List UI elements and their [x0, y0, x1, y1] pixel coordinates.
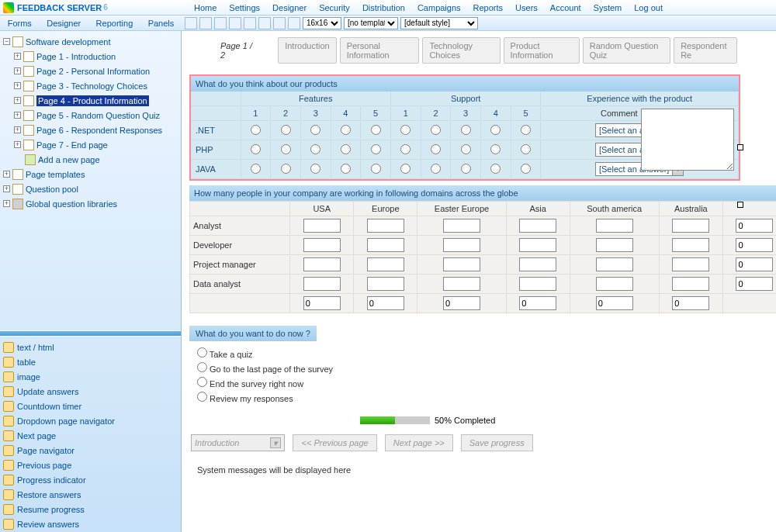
q2-col-total[interactable]	[367, 296, 404, 310]
tree-page-1[interactable]: +Page 1 - Introduction	[3, 49, 178, 64]
tree-page-7[interactable]: +Page 7 - End page	[3, 137, 178, 152]
q2-input[interactable]	[367, 238, 404, 252]
q2-row-total[interactable]	[736, 219, 773, 233]
q2-input[interactable]	[303, 257, 341, 271]
q1-radio[interactable]	[431, 125, 441, 135]
q3-radio[interactable]	[197, 377, 207, 387]
style-select[interactable]: [default style]	[400, 17, 478, 29]
tree-page-6[interactable]: +Page 6 - Respondent Responses	[3, 123, 178, 137]
q2-input[interactable]	[596, 219, 633, 233]
next-page-button[interactable]: Next page >>	[385, 434, 453, 451]
q1-radio[interactable]	[521, 144, 531, 154]
nav-log-out[interactable]: Log out	[634, 3, 663, 12]
q2-input[interactable]	[303, 277, 341, 291]
q1-radio[interactable]	[431, 164, 441, 174]
q1-radio[interactable]	[400, 144, 411, 154]
tool-save-icon[interactable]	[199, 17, 212, 29]
q1-radio[interactable]	[371, 125, 381, 135]
page-tab[interactable]: Technology Choices	[422, 37, 500, 64]
expand-icon[interactable]: +	[14, 67, 21, 74]
q3-radio[interactable]	[197, 392, 207, 402]
expand-icon[interactable]: +	[14, 82, 21, 89]
q1-radio[interactable]	[341, 164, 351, 174]
q2-input[interactable]	[672, 219, 709, 233]
tool-grid-icon[interactable]	[229, 17, 241, 29]
nav-system[interactable]: System	[594, 3, 622, 12]
subnav-panels[interactable]: Panels	[148, 19, 175, 28]
page-tab[interactable]: Product Information	[504, 37, 580, 64]
q1-radio[interactable]	[490, 164, 501, 174]
tree-root[interactable]: −Software development	[3, 34, 178, 49]
resize-handle[interactable]	[737, 144, 743, 150]
zoom-select[interactable]: 16x16	[303, 17, 341, 29]
q1-radio[interactable]	[431, 144, 441, 154]
q2-row-total[interactable]	[736, 257, 773, 271]
q2-input[interactable]	[367, 219, 404, 233]
q2-input[interactable]	[672, 277, 709, 291]
q1-radio[interactable]	[251, 164, 261, 174]
nav-designer[interactable]: Designer	[272, 3, 307, 12]
q2-col-total[interactable]	[672, 296, 709, 310]
q3-option[interactable]: Review my responses	[197, 390, 768, 405]
q2-input[interactable]	[519, 238, 556, 252]
tool-copy-icon[interactable]	[214, 17, 227, 29]
tool-picture-icon[interactable]	[244, 17, 256, 29]
tool-plus-icon[interactable]	[288, 17, 300, 29]
template-select[interactable]: [no template]	[344, 17, 398, 29]
tool-refresh-icon[interactable]	[273, 17, 286, 29]
expand-icon[interactable]: +	[14, 126, 21, 133]
panel-splitter[interactable]	[0, 330, 181, 337]
q2-input[interactable]	[596, 257, 633, 271]
palette-countdown-timer[interactable]: Countdown timer	[3, 399, 178, 413]
nav-distribution[interactable]: Distribution	[362, 3, 405, 12]
q2-input[interactable]	[519, 219, 556, 233]
expand-icon[interactable]: +	[3, 171, 10, 178]
palette-review-answers[interactable]: Review answers	[3, 516, 178, 531]
palette-page-navigator[interactable]: Page navigator	[3, 443, 178, 458]
q3-option[interactable]: End the survey right now	[197, 375, 768, 390]
q1-radio[interactable]	[251, 125, 261, 135]
palette-previous-page[interactable]: Previous page	[3, 458, 178, 472]
q2-input[interactable]	[672, 238, 709, 252]
palette-next-page[interactable]: Next page	[3, 428, 178, 443]
tree-question-pool[interactable]: +Question pool	[3, 181, 178, 196]
tree-libraries[interactable]: +Global question libraries	[3, 196, 178, 211]
nav-account[interactable]: Account	[550, 3, 581, 12]
q1-radio[interactable]	[341, 125, 351, 135]
nav-security[interactable]: Security	[319, 3, 350, 12]
expand-icon[interactable]: +	[3, 200, 10, 207]
q3-radio[interactable]	[197, 362, 207, 372]
nav-users[interactable]: Users	[515, 3, 538, 12]
palette-resume-progress[interactable]: Resume progress	[3, 502, 178, 516]
q2-input[interactable]	[443, 238, 480, 252]
q3-option[interactable]: Go to the last page of the survey	[197, 361, 768, 375]
palette-update-answers[interactable]: Update answers	[3, 384, 178, 399]
nav-campaigns[interactable]: Campaigns	[417, 3, 461, 12]
q2-col-total[interactable]	[519, 296, 556, 310]
q1-radio[interactable]	[490, 125, 501, 135]
tree-add-page[interactable]: Add a new page	[3, 152, 178, 167]
palette-progress-indicator[interactable]: Progress indicator	[3, 472, 178, 487]
tree-page-3[interactable]: +Page 3 - Technology Choices	[3, 78, 178, 93]
q3-option[interactable]: Take a quiz	[197, 346, 768, 361]
q1-radio[interactable]	[310, 125, 320, 135]
q1-radio[interactable]	[251, 144, 261, 154]
subnav-forms[interactable]: Forms	[8, 19, 32, 28]
q2-row-total[interactable]	[736, 277, 773, 291]
q2-input[interactable]	[443, 219, 480, 233]
tree-templates[interactable]: +Page templates	[3, 167, 178, 181]
expand-icon[interactable]: +	[14, 53, 21, 60]
q1-radio[interactable]	[281, 164, 291, 174]
tree-page-5[interactable]: +Page 5 - Random Question Quiz	[3, 108, 178, 123]
comment-input[interactable]	[641, 109, 734, 171]
q2-input[interactable]	[303, 219, 341, 233]
q2-input[interactable]	[443, 277, 480, 291]
page-tab[interactable]: Random Question Quiz	[583, 37, 670, 64]
expand-icon[interactable]: +	[14, 112, 21, 119]
q1-radio[interactable]	[490, 144, 501, 154]
q2-col-total[interactable]	[303, 296, 341, 310]
expand-icon[interactable]: +	[14, 97, 21, 104]
q2-input[interactable]	[519, 277, 556, 291]
q1-radio[interactable]	[281, 125, 291, 135]
nav-settings[interactable]: Settings	[229, 3, 260, 12]
